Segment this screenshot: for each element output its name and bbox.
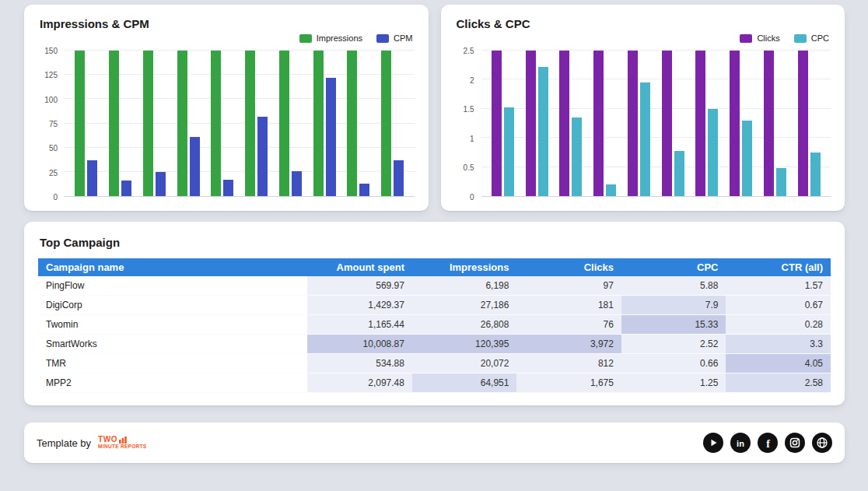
svg-text:f: f xyxy=(766,438,770,450)
bar-group xyxy=(593,51,616,196)
impressions-bar xyxy=(143,51,153,196)
cpm-bar xyxy=(292,171,302,196)
column-header: Campaign name xyxy=(38,258,307,276)
table-body: PingFlow569.976,198975.881.57DigiCorp1,4… xyxy=(38,276,831,393)
campaign-name-cell: DigiCorp xyxy=(38,296,307,315)
template-by-label: Template by xyxy=(37,437,91,449)
campaign-name-cell: PingFlow xyxy=(38,276,307,296)
impressions-cpm-card: Impressions & CPM ImpressionsCPM 0255075… xyxy=(24,5,429,211)
bar-group xyxy=(109,51,131,196)
bar-group xyxy=(279,51,302,196)
impressions-bar xyxy=(245,51,255,196)
legend-swatch-icon xyxy=(376,34,389,43)
value-cell: 2,097.48 xyxy=(307,374,412,393)
cpm-bar xyxy=(326,78,336,196)
value-cell: 1.25 xyxy=(621,374,726,393)
value-cell: 4.05 xyxy=(726,354,831,374)
charts-row: Impressions & CPM ImpressionsCPM 0255075… xyxy=(24,5,845,211)
y-axis-tick: 0 xyxy=(470,193,474,202)
cpc-bar xyxy=(674,151,684,196)
y-axis: 00.511.522.5 xyxy=(455,51,481,197)
y-axis-tick: 0 xyxy=(53,193,58,202)
cpc-bar xyxy=(640,82,650,196)
website-icon[interactable] xyxy=(812,433,832,453)
legend-item: Impressions xyxy=(299,33,362,43)
column-header: Amount spent xyxy=(307,258,412,276)
impressions-bar xyxy=(177,51,187,196)
value-cell: 20,072 xyxy=(412,354,517,374)
bar-group xyxy=(381,51,404,196)
y-axis: 0255075100125150 xyxy=(38,51,65,197)
value-cell: 1,429.37 xyxy=(307,296,412,315)
value-cell: 0.67 xyxy=(726,296,831,315)
column-header: CPC xyxy=(621,258,726,276)
value-cell: 3.3 xyxy=(726,335,831,354)
value-cell: 1.57 xyxy=(726,276,831,296)
instagram-icon[interactable] xyxy=(785,433,805,453)
value-cell: 6,198 xyxy=(412,276,517,296)
value-cell: 3,972 xyxy=(516,335,621,354)
y-axis-tick: 75 xyxy=(49,120,58,128)
campaign-name-cell: Twomin xyxy=(38,315,307,335)
impressions-bar xyxy=(75,51,85,196)
value-cell: 64,951 xyxy=(412,374,517,393)
plot-area xyxy=(65,51,415,197)
legend-item: CPC xyxy=(794,33,829,43)
legend-label: Impressions xyxy=(317,33,362,43)
impressions-bar xyxy=(279,51,289,196)
y-axis-tick: 150 xyxy=(44,47,58,55)
bar-group xyxy=(75,51,97,196)
cpm-bar xyxy=(121,181,131,196)
table-row: DigiCorp1,429.3727,1861817.90.67 xyxy=(38,296,831,315)
template-by: Template by TWO MINUTE REPORTS xyxy=(37,436,146,450)
chart-title: Impressions & CPM xyxy=(40,17,415,30)
table-title: Top Campaign xyxy=(40,236,831,249)
legend-swatch-icon xyxy=(794,34,807,43)
value-cell: 76 xyxy=(516,315,621,335)
table-row: MPP22,097.4864,9511,6751.252.58 xyxy=(38,374,831,393)
value-cell: 812 xyxy=(516,354,621,374)
legend-swatch-icon xyxy=(740,34,752,43)
y-axis-tick: 0.5 xyxy=(464,163,474,172)
value-cell: 10,008.87 xyxy=(307,335,412,354)
bar-group xyxy=(143,51,166,196)
footer-bar: Template by TWO MINUTE REPORTS inf xyxy=(24,423,845,463)
y-axis-tick: 125 xyxy=(44,71,58,79)
bar-group xyxy=(559,51,582,196)
campaign-name-cell: MPP2 xyxy=(38,374,307,393)
youtube-icon[interactable] xyxy=(703,433,723,453)
clicks-bar xyxy=(730,51,740,196)
column-header: CTR (all) xyxy=(726,258,831,276)
value-cell: 1,675 xyxy=(516,374,621,393)
bar-group xyxy=(730,51,752,196)
logo-line2: MINUTE REPORTS xyxy=(98,444,146,450)
table-row: SmartWorks10,008.87120,3953,9722.523.3 xyxy=(38,335,831,354)
value-cell: 534.88 xyxy=(307,354,412,374)
bar-group xyxy=(347,51,369,196)
clicks-bar xyxy=(764,51,774,196)
clicks-bar xyxy=(798,51,808,196)
cpm-bar xyxy=(223,180,233,196)
facebook-icon[interactable]: f xyxy=(758,433,778,453)
value-cell: 27,186 xyxy=(412,296,517,315)
clicks-cpc-chart: 00.511.522.5 xyxy=(455,51,831,197)
legend-label: Clicks xyxy=(757,33,779,43)
cpc-bar xyxy=(538,67,548,196)
value-cell: 7.9 xyxy=(621,296,726,315)
table-row: TMR534.8820,0728120.664.05 xyxy=(38,354,831,374)
y-axis-tick: 2 xyxy=(470,75,474,84)
linkedin-icon[interactable]: in xyxy=(730,433,751,453)
y-axis-tick: 1 xyxy=(470,134,474,142)
campaign-name-cell: TMR xyxy=(38,354,307,374)
bar-group xyxy=(211,51,233,196)
value-cell: 0.66 xyxy=(621,354,726,374)
bar-group xyxy=(695,51,718,196)
top-campaign-card: Top Campaign Campaign nameAmount spentIm… xyxy=(24,222,845,405)
y-axis-tick: 1.5 xyxy=(464,105,474,114)
clicks-bar xyxy=(593,51,604,196)
clicks-bar xyxy=(492,51,502,196)
cpm-bar xyxy=(257,117,268,196)
y-axis-tick: 100 xyxy=(44,95,58,103)
value-cell: 181 xyxy=(516,296,621,315)
cpc-bar xyxy=(606,184,616,196)
